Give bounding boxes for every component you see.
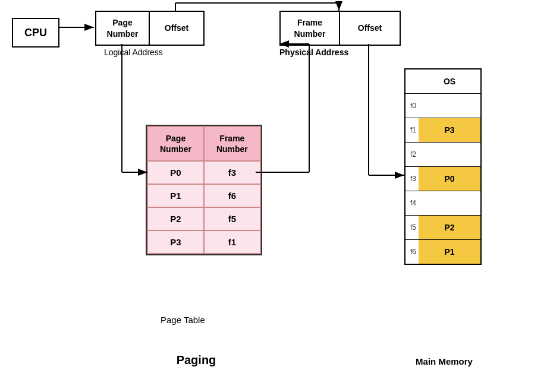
memory-label-f4: f4 — [405, 199, 419, 207]
table-row: P0 f3 — [147, 161, 260, 184]
memory-cell-f0 — [419, 94, 480, 118]
frame-cell: f6 — [204, 184, 260, 207]
memory-label-f0: f0 — [405, 102, 419, 110]
table-row: P1 f6 — [147, 184, 260, 207]
logical-page-number-cell: PageNumber — [96, 12, 150, 45]
memory-label-f2: f2 — [405, 150, 419, 159]
page-cell: P1 — [147, 184, 204, 207]
memory-cell-f6: P1 — [419, 240, 480, 264]
frame-cell: f1 — [204, 230, 260, 254]
physical-frame-number-cell: FrameNumber — [281, 12, 340, 45]
memory-cell-f1: P3 — [419, 118, 480, 142]
main-memory: OS f0 f1 P3 f2 f3 P0 f4 f5 P2 — [404, 68, 482, 265]
page-table-label: Page Table — [161, 315, 205, 325]
page-cell: P3 — [147, 230, 204, 254]
physical-address-label: Physical Address — [279, 48, 348, 57]
table-row: P3 f1 — [147, 230, 260, 254]
frame-cell: f3 — [204, 161, 260, 184]
main-memory-label: Main Memory — [400, 356, 489, 366]
memory-cell-f4 — [419, 191, 480, 215]
memory-cell-os: OS — [419, 69, 480, 93]
page-cell: P0 — [147, 161, 204, 184]
page-table-header-frame: FrameNumber — [204, 127, 260, 161]
memory-row-f4: f4 — [405, 191, 480, 216]
page-table-header-page: PageNumber — [147, 127, 204, 161]
cpu-box: CPU — [12, 18, 59, 48]
memory-row-f0: f0 — [405, 94, 480, 118]
paging-title: Paging — [137, 353, 256, 367]
memory-cell-f3: P0 — [419, 167, 480, 191]
memory-label-f5: f5 — [405, 223, 419, 232]
page-cell: P2 — [147, 207, 204, 230]
memory-label-f3: f3 — [405, 175, 419, 183]
memory-row-f3: f3 P0 — [405, 167, 480, 191]
memory-row-os: OS — [405, 69, 480, 94]
physical-address-box: FrameNumber Offset — [279, 11, 401, 46]
memory-label-f6: f6 — [405, 248, 419, 256]
memory-row-f2: f2 — [405, 143, 480, 167]
logical-address-label: Logical Address — [104, 48, 163, 57]
memory-row-f5: f5 P2 — [405, 216, 480, 240]
frame-cell: f5 — [204, 207, 260, 230]
page-table: PageNumber FrameNumber P0 f3 P1 f6 P2 f5 — [146, 125, 262, 255]
cpu-label: CPU — [24, 27, 47, 39]
diagram: CPU PageNumber Offset FrameNumber Offset… — [0, 0, 547, 392]
memory-row-f6: f6 P1 — [405, 240, 480, 264]
logical-address-box: PageNumber Offset — [95, 11, 205, 46]
table-row: P2 f5 — [147, 207, 260, 230]
memory-label-f1: f1 — [405, 126, 419, 134]
physical-offset-cell: Offset — [340, 12, 400, 45]
logical-offset-cell: Offset — [150, 12, 203, 45]
memory-row-f1: f1 P3 — [405, 118, 480, 143]
memory-cell-f2 — [419, 143, 480, 166]
memory-cell-f5: P2 — [419, 216, 480, 239]
